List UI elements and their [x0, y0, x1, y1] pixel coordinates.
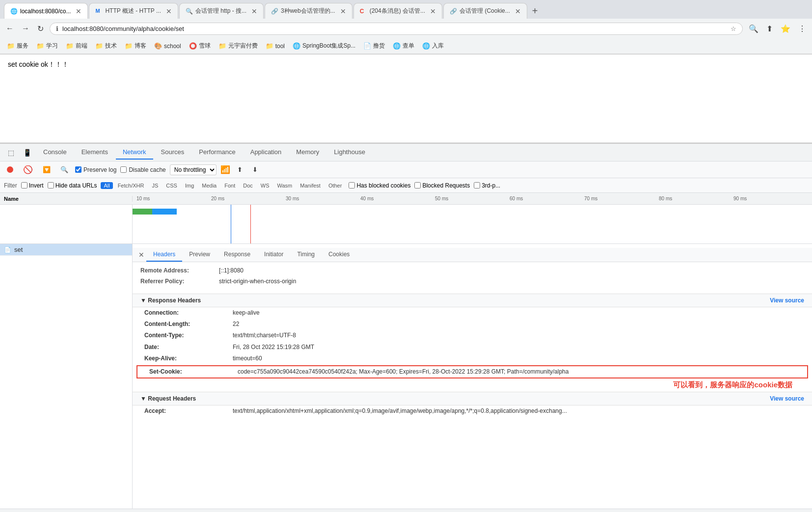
detail-tab-timing[interactable]: Timing — [290, 248, 322, 262]
share-icon[interactable]: ⬆ — [764, 22, 775, 35]
tab-close-web-session[interactable]: ✕ — [340, 7, 346, 15]
search-button[interactable]: 🔍 — [57, 165, 71, 174]
bookmark-springboot[interactable]: 🌐 SpringBoot集成Sp... — [290, 41, 358, 51]
bookmark-services[interactable]: 📁 服务 — [4, 41, 31, 51]
download-icon[interactable]: ⬇ — [249, 165, 261, 174]
filter-type-img[interactable]: Img — [182, 182, 197, 189]
filter-type-css[interactable]: CSS — [163, 182, 180, 189]
bookmark-learn[interactable]: 📁 学习 — [33, 41, 61, 51]
tab-http[interactable]: M HTTP 概述 - HTTP ... ✕ — [89, 3, 178, 19]
search-icon[interactable]: 🔍 — [747, 22, 760, 35]
tab-cookie-manage[interactable]: 🔗 会话管理 (Cookie... ✕ — [443, 3, 527, 19]
url-box[interactable]: ℹ localhost:8080/community/alpha/cookie/… — [50, 23, 743, 35]
bookmark-star-icon[interactable]: ☆ — [731, 25, 736, 32]
content-type-value: text/html;charset=UTF-8 — [233, 331, 296, 340]
tab-sources[interactable]: Sources — [154, 145, 191, 160]
waterfall-vline-red — [250, 205, 251, 243]
preserve-log-label[interactable]: Preserve log — [75, 166, 116, 173]
detail-tab-preview[interactable]: Preview — [182, 248, 217, 262]
third-party-checkbox[interactable] — [474, 182, 480, 189]
tab-session[interactable]: 🔍 会话管理 http - 搜... ✕ — [179, 3, 264, 19]
filter-type-media[interactable]: Media — [199, 182, 219, 189]
bookmark-luhuo[interactable]: 📄 撸货 — [360, 41, 388, 51]
filter-type-ws[interactable]: WS — [258, 182, 272, 189]
filter-type-js[interactable]: JS — [149, 182, 161, 189]
set-cookie-label: Set-Cookie: — [149, 367, 238, 377]
tab-application[interactable]: Application — [244, 145, 289, 160]
devtools-cursor-icon[interactable]: ⬚ — [4, 147, 18, 159]
upload-icon[interactable]: ⬆ — [234, 165, 245, 174]
filter-icon[interactable]: 🔽 — [40, 165, 54, 174]
preserve-log-checkbox[interactable] — [75, 166, 81, 173]
detail-tab-response[interactable]: Response — [217, 248, 257, 262]
tab-close-session[interactable]: ✕ — [251, 7, 257, 15]
detail-tab-headers[interactable]: Headers — [146, 248, 182, 262]
tab-close-http[interactable]: ✕ — [166, 7, 172, 15]
web-icon-3: 🌐 — [422, 42, 430, 50]
tab-elements[interactable]: Elements — [75, 145, 115, 160]
menu-icon[interactable]: ⋮ — [796, 22, 808, 35]
clear-button[interactable]: 🚫 — [20, 164, 36, 175]
third-party-label[interactable]: 3rd-p... — [474, 182, 500, 189]
filter-type-other[interactable]: Other — [325, 182, 345, 189]
throttle-select[interactable]: No throttling — [170, 164, 217, 175]
view-source-response[interactable]: View source — [770, 297, 804, 304]
blocked-requests-checkbox[interactable] — [414, 182, 421, 189]
filter-type-wasm[interactable]: Wasm — [274, 182, 296, 189]
forward-button[interactable]: → — [20, 22, 31, 35]
blocked-requests-label[interactable]: Blocked Requests — [414, 182, 470, 189]
request-headers-section[interactable]: ▼ Request Headers View source — [133, 392, 812, 405]
filter-type-font[interactable]: Font — [221, 182, 238, 189]
bookmark-blog[interactable]: 📁 博客 — [122, 41, 149, 51]
filter-types: All Fetch/XHR JS CSS Img Media Font Doc … — [101, 182, 345, 189]
record-button[interactable] — [4, 165, 16, 174]
filter-type-fetch[interactable]: Fetch/XHR — [115, 182, 147, 189]
has-blocked-cookies-label[interactable]: Has blocked cookies — [349, 182, 410, 189]
tab-network[interactable]: Network — [116, 145, 153, 160]
reload-button[interactable]: ↻ — [35, 22, 46, 35]
filter-type-manifest[interactable]: Manifest — [297, 182, 324, 189]
tab-performance[interactable]: Performance — [192, 145, 242, 160]
new-tab-button[interactable]: + — [528, 3, 542, 19]
bookmark-snowball[interactable]: ⭕ 雪球 — [186, 41, 214, 51]
bookmark-chadan[interactable]: 🌐 查单 — [390, 41, 417, 51]
has-blocked-cookies-checkbox[interactable] — [349, 182, 355, 189]
tab-favicon-web-session: 🔗 — [271, 8, 278, 15]
bookmark-tool[interactable]: 📁 tool — [263, 41, 288, 51]
detail-close-button[interactable]: ✕ — [136, 248, 146, 262]
disable-cache-label[interactable]: Disable cache — [120, 166, 165, 173]
invert-checkbox[interactable] — [21, 182, 27, 189]
tab-memory[interactable]: Memory — [289, 145, 326, 160]
bookmark-metaverse[interactable]: 📁 元宇宙付费 — [216, 41, 261, 51]
back-button[interactable]: ← — [4, 22, 16, 35]
bookmark-tech[interactable]: 📁 技术 — [92, 41, 120, 51]
devtools-device-icon[interactable]: 📱 — [19, 147, 35, 159]
tab-localhost[interactable]: 🌐 localhost:8080/co... ✕ — [4, 3, 88, 19]
bookmark-school[interactable]: 🎨 school — [151, 41, 184, 51]
tab-web-session[interactable]: 🔗 3种web会话管理的... ✕ — [265, 3, 352, 19]
hide-data-urls-checkbox[interactable] — [48, 182, 54, 189]
star-icon[interactable]: ⭐ — [779, 22, 792, 35]
filter-type-all[interactable]: All — [101, 182, 112, 189]
tab-204[interactable]: C (204条消息) 会话管... ✕ — [353, 3, 442, 19]
view-source-request[interactable]: View source — [770, 395, 804, 402]
detail-tab-initiator[interactable]: Initiator — [257, 248, 290, 262]
invert-label[interactable]: Invert — [21, 182, 44, 189]
bookmark-ruku[interactable]: 🌐 入库 — [419, 41, 447, 51]
detail-tab-cookies[interactable]: Cookies — [322, 248, 356, 262]
tab-title-localhost: localhost:8080/co... — [20, 8, 71, 15]
accept-value: text/html,application/xhtml+xml,applicat… — [233, 406, 567, 416]
tab-close-cookie-manage[interactable]: ✕ — [515, 7, 521, 15]
filter-type-doc[interactable]: Doc — [240, 182, 256, 189]
connection-header: Connection: keep-alive — [133, 307, 812, 319]
hide-data-urls-label[interactable]: Hide data URLs — [48, 182, 97, 189]
bookmark-frontend[interactable]: 📁 前端 — [63, 41, 90, 51]
tab-favicon-session: 🔍 — [186, 8, 192, 15]
request-item-set[interactable]: 📄 set — [0, 244, 132, 256]
tab-lighthouse[interactable]: Lighthouse — [327, 145, 372, 160]
tab-close-localhost[interactable]: ✕ — [76, 7, 81, 15]
response-headers-section[interactable]: ▼ Response Headers View source — [133, 294, 812, 307]
tab-close-204[interactable]: ✕ — [430, 7, 436, 15]
disable-cache-checkbox[interactable] — [120, 166, 127, 173]
tab-console[interactable]: Console — [36, 145, 74, 160]
